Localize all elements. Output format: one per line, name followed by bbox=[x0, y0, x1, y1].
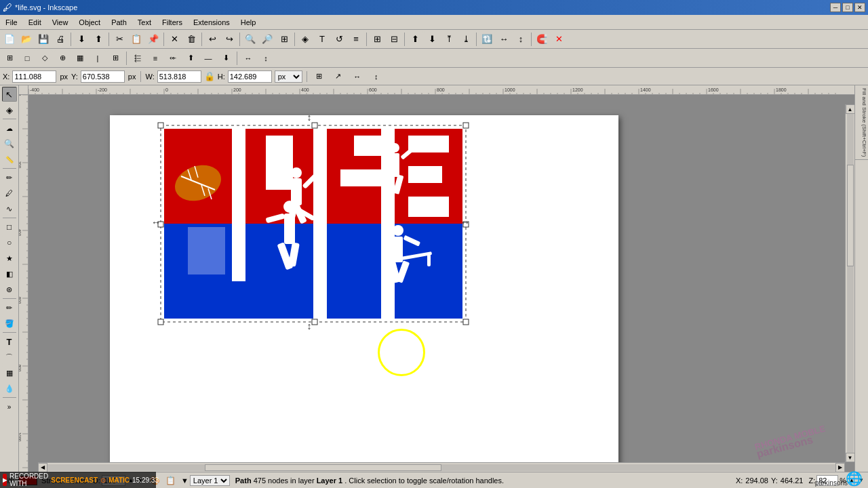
flip-h-coord-btn[interactable]: ↔ bbox=[349, 68, 366, 85]
menu-extensions[interactable]: Extensions bbox=[188, 15, 235, 29]
flip-h-button[interactable]: ↔ bbox=[496, 31, 512, 47]
move-by-btn[interactable]: ↗ bbox=[330, 68, 347, 85]
menu-filters[interactable]: Filters bbox=[157, 15, 188, 29]
raise-button[interactable]: ⬆ bbox=[407, 31, 423, 47]
lock-icon[interactable]: 🔒 bbox=[204, 71, 215, 81]
menu-text[interactable]: Text bbox=[132, 15, 157, 29]
fill-tool[interactable]: 🪣 bbox=[2, 316, 17, 331]
w-input[interactable] bbox=[157, 70, 201, 83]
layer-select[interactable]: Layer 1 bbox=[190, 475, 230, 486]
zoom-fit-button[interactable]: ⊞ bbox=[276, 31, 292, 47]
title-bar-controls[interactable]: ─ □ ✕ bbox=[830, 3, 865, 12]
minimize-button[interactable]: ─ bbox=[830, 3, 841, 12]
h-input[interactable] bbox=[228, 70, 272, 83]
dist-h-btn[interactable]: ↔ bbox=[240, 50, 256, 66]
browser-icon[interactable]: 🌐 bbox=[846, 470, 863, 487]
export-button[interactable]: ⬆ bbox=[90, 31, 106, 47]
dropper-tool[interactable]: 💧 bbox=[2, 381, 17, 396]
tweak-tool[interactable]: ☁ bbox=[2, 121, 17, 136]
transform-around-btn[interactable]: ⊞ bbox=[311, 68, 328, 85]
vscroll-track[interactable] bbox=[847, 114, 854, 453]
open-button[interactable]: 📂 bbox=[18, 31, 35, 47]
print-button[interactable]: 🖨 bbox=[52, 31, 68, 47]
star-tool[interactable]: ★ bbox=[2, 251, 17, 266]
measure-tool[interactable]: 📏 bbox=[2, 152, 17, 167]
text-tool[interactable]: T bbox=[2, 334, 17, 349]
canvas-container[interactable]: -400-20002004006008001000120014001600180… bbox=[19, 85, 854, 472]
text-tool-button[interactable]: T bbox=[314, 31, 330, 47]
lower-button[interactable]: ⬇ bbox=[424, 31, 440, 47]
menu-object[interactable]: Object bbox=[73, 15, 106, 29]
gradient-tool[interactable]: ▦ bbox=[2, 365, 17, 380]
menu-view[interactable]: View bbox=[47, 15, 74, 29]
flip-v-coord-btn[interactable]: ↕ bbox=[368, 68, 384, 85]
calligraphy-tool[interactable]: ∿ bbox=[2, 201, 17, 216]
close-button[interactable]: ✕ bbox=[854, 3, 865, 12]
ungroup-button[interactable]: ⊟ bbox=[386, 31, 402, 47]
fill-stroke-tab[interactable]: Fill and Stroke (Shift+Ctrl+F) bbox=[855, 85, 868, 160]
rotate-cw-button[interactable]: 🔃 bbox=[479, 31, 495, 47]
menu-file[interactable]: File bbox=[0, 15, 23, 29]
unit-select[interactable]: px mm cm in pt bbox=[275, 70, 302, 83]
scroll-down-button[interactable]: ▼ bbox=[846, 453, 855, 462]
spiral-tool[interactable]: ⊛ bbox=[2, 282, 17, 297]
horizontal-scrollbar[interactable]: ◀ ▶ bbox=[38, 462, 845, 472]
align-mid-btn[interactable]: — bbox=[200, 50, 216, 66]
zoom-out-button[interactable]: 🔎 bbox=[259, 31, 275, 47]
circle-tool[interactable]: ○ bbox=[2, 235, 17, 250]
menu-edit[interactable]: Edit bbox=[23, 15, 47, 29]
align-center-btn[interactable]: ≡ bbox=[147, 50, 163, 66]
snap-button[interactable]: 🧲 bbox=[534, 31, 550, 47]
expand-btn[interactable]: » bbox=[2, 399, 17, 414]
dist-v-btn[interactable]: ↕ bbox=[258, 50, 274, 66]
artwork[interactable]: ↕ ↔ ↔ ↕ bbox=[164, 129, 462, 319]
zoom-in-button[interactable]: 🔍 bbox=[242, 31, 258, 47]
master-opacity-icon2[interactable]: 📋 bbox=[165, 476, 176, 485]
hscroll-thumb[interactable] bbox=[205, 464, 441, 471]
scroll-right-button[interactable]: ▶ bbox=[835, 463, 845, 472]
snap-bbox[interactable]: □ bbox=[19, 50, 35, 66]
node-edit-button[interactable]: ◈ bbox=[297, 31, 313, 47]
align-left-btn[interactable]: ⬱ bbox=[130, 50, 146, 66]
save-button[interactable]: 💾 bbox=[35, 31, 52, 47]
snap-guide[interactable]: | bbox=[90, 50, 106, 66]
maximize-button[interactable]: □ bbox=[842, 3, 853, 12]
pen-tool[interactable]: ✏ bbox=[2, 170, 17, 185]
y-input[interactable] bbox=[81, 70, 125, 83]
import-button[interactable]: ⬇ bbox=[73, 31, 90, 47]
vertical-scrollbar[interactable]: ▲ ▼ bbox=[845, 104, 854, 462]
align-top-btn[interactable]: ⬆ bbox=[182, 50, 199, 66]
pencil2-tool[interactable]: ✏ bbox=[2, 300, 17, 315]
pencil-tool[interactable]: 🖊 bbox=[2, 186, 17, 201]
snap-node[interactable]: ◇ bbox=[37, 50, 53, 66]
flip-v-button[interactable]: ↕ bbox=[513, 31, 529, 47]
menu-help[interactable]: Help bbox=[235, 15, 262, 29]
paste-button[interactable]: 📌 bbox=[145, 31, 161, 47]
vscroll-thumb[interactable] bbox=[847, 165, 854, 266]
scroll-left-button[interactable]: ◀ bbox=[38, 463, 47, 472]
snap-grid[interactable]: ⊞ bbox=[107, 50, 123, 66]
scroll-up-button[interactable]: ▲ bbox=[846, 104, 855, 114]
3dbox-tool[interactable]: ◧ bbox=[2, 266, 17, 281]
delete-button[interactable]: ✕ bbox=[166, 31, 182, 47]
zoom-tool[interactable]: 🔍 bbox=[2, 136, 17, 151]
raise-top-button[interactable]: ⤒ bbox=[441, 31, 457, 47]
lower-bottom-button[interactable]: ⤓ bbox=[458, 31, 474, 47]
copy-button[interactable]: 📋 bbox=[128, 31, 144, 47]
cut-button[interactable]: ✂ bbox=[111, 31, 127, 47]
undo-button[interactable]: ↩ bbox=[204, 31, 220, 47]
rect-tool[interactable]: □ bbox=[2, 220, 17, 235]
align-button[interactable]: ≡ bbox=[348, 31, 364, 47]
new-button[interactable]: 📄 bbox=[1, 31, 18, 47]
redo-button[interactable]: ↪ bbox=[221, 31, 237, 47]
align-right-btn[interactable]: ⬰ bbox=[165, 50, 181, 66]
snap-all[interactable]: ⊞ bbox=[1, 50, 18, 66]
x-input[interactable] bbox=[12, 70, 56, 83]
select-tool[interactable]: ↖ bbox=[2, 87, 17, 102]
snap-gradient[interactable]: ▦ bbox=[72, 50, 88, 66]
align-bottom-btn[interactable]: ⬇ bbox=[218, 50, 234, 66]
group-button[interactable]: ⊞ bbox=[369, 31, 385, 47]
connector-tool[interactable]: ⌒ bbox=[2, 350, 17, 365]
node-tool[interactable]: ◈ bbox=[2, 102, 17, 117]
canvas-inner[interactable]: ↕ ↔ ↔ ↕ RHONDA MOBLE parkinsons ▲ ▼ bbox=[28, 95, 854, 472]
